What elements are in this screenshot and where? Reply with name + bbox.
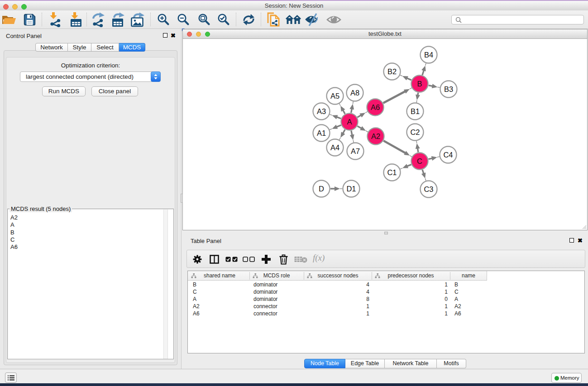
svg-text:C2: C2 xyxy=(410,128,420,136)
svg-text:A7: A7 xyxy=(351,147,360,155)
svg-text:D: D xyxy=(319,185,324,193)
svg-text:A4: A4 xyxy=(330,143,339,152)
svg-text:B2: B2 xyxy=(387,67,397,76)
svg-text:C4: C4 xyxy=(443,151,453,159)
svg-text:A3: A3 xyxy=(317,107,326,115)
svg-text:B3: B3 xyxy=(444,85,453,93)
svg-text:B4: B4 xyxy=(424,51,433,59)
svg-text:A1: A1 xyxy=(317,129,326,137)
svg-text:C1: C1 xyxy=(387,168,397,176)
svg-text:C: C xyxy=(417,157,422,165)
svg-text:A: A xyxy=(347,118,352,126)
svg-text:A8: A8 xyxy=(350,89,359,97)
svg-text:A2: A2 xyxy=(371,132,380,140)
svg-text:B: B xyxy=(417,80,422,88)
svg-text:C3: C3 xyxy=(424,185,433,193)
svg-text:A5: A5 xyxy=(330,92,339,100)
svg-text:D1: D1 xyxy=(346,185,356,193)
svg-text:B1: B1 xyxy=(411,107,420,115)
svg-text:A6: A6 xyxy=(371,103,380,111)
